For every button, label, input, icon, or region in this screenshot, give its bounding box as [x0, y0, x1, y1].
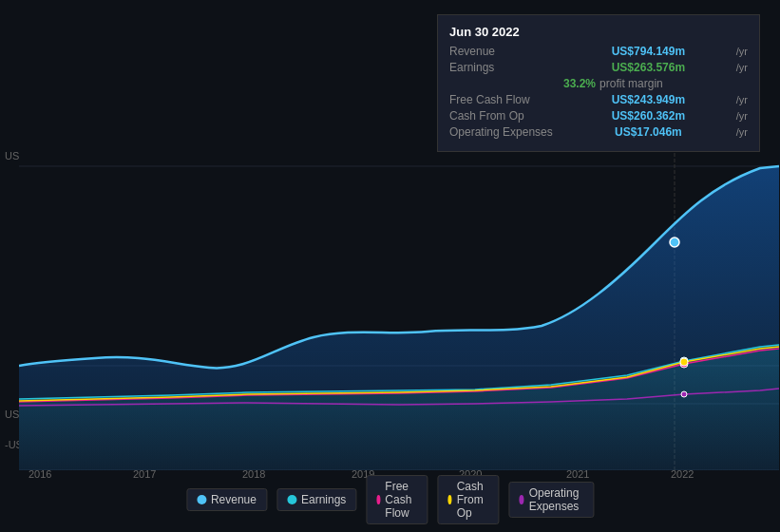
fcf-value: US$243.949m	[612, 93, 685, 106]
profit-margin-row: 33.2% profit margin	[449, 77, 748, 90]
legend-fcf[interactable]: Free Cash Flow	[366, 475, 428, 524]
profit-label: profit margin	[599, 77, 663, 90]
legend-fcf-label: Free Cash Flow	[385, 480, 417, 520]
earnings-value: US$263.576m	[612, 61, 685, 74]
legend: Revenue Earnings Free Cash Flow Cash Fro…	[186, 475, 594, 524]
opex-unit: /yr	[736, 126, 748, 138]
legend-earnings[interactable]: Earnings	[276, 488, 356, 511]
main-chart	[19, 147, 779, 470]
tooltip-fcf-row: Free Cash Flow US$243.949m /yr	[449, 93, 748, 106]
revenue-dot	[197, 495, 206, 504]
revenue-label: Revenue	[449, 45, 563, 58]
tooltip-box: Jun 30 2022 Revenue US$794.149m /yr Earn…	[437, 14, 760, 152]
revenue-value: US$794.149m	[612, 45, 685, 58]
profit-pct: 33.2%	[563, 77, 596, 90]
cashop-dot	[447, 495, 451, 504]
opex-label: Operating Expenses	[449, 125, 563, 139]
revenue-unit: /yr	[736, 46, 748, 57]
cashop-label: Cash From Op	[449, 109, 563, 123]
legend-earnings-label: Earnings	[301, 493, 346, 506]
legend-opex[interactable]: Operating Expenses	[508, 482, 594, 518]
tooltip-opex-row: Operating Expenses US$17.046m /yr	[449, 125, 748, 139]
fcf-dot	[376, 495, 380, 504]
opex-value: US$17.046m	[615, 125, 682, 139]
chart-container: Jun 30 2022 Revenue US$794.149m /yr Earn…	[0, 0, 780, 532]
tooltip-revenue-row: Revenue US$794.149m /yr	[449, 45, 748, 58]
cashop-value: US$260.362m	[612, 109, 685, 123]
legend-cashop-label: Cash From Op	[457, 480, 489, 520]
earnings-unit: /yr	[736, 62, 748, 73]
opex-dot	[519, 495, 523, 504]
tooltip-cashop-row: Cash From Op US$260.362m /yr	[449, 109, 748, 123]
earnings-dot	[287, 495, 296, 504]
cashop-unit: /yr	[736, 110, 748, 122]
legend-opex-label: Operating Expenses	[529, 486, 583, 513]
tooltip-date: Jun 30 2022	[449, 25, 748, 39]
svg-point-10	[681, 391, 687, 397]
legend-revenue[interactable]: Revenue	[186, 488, 267, 511]
earnings-label: Earnings	[449, 61, 563, 74]
tooltip-earnings-row: Earnings US$263.576m /yr	[449, 61, 748, 74]
fcf-unit: /yr	[736, 94, 748, 105]
legend-revenue-label: Revenue	[211, 493, 257, 506]
fcf-label: Free Cash Flow	[449, 93, 563, 106]
legend-cashop[interactable]: Cash From Op	[437, 475, 499, 524]
svg-point-9	[680, 358, 688, 366]
svg-point-6	[670, 238, 679, 247]
